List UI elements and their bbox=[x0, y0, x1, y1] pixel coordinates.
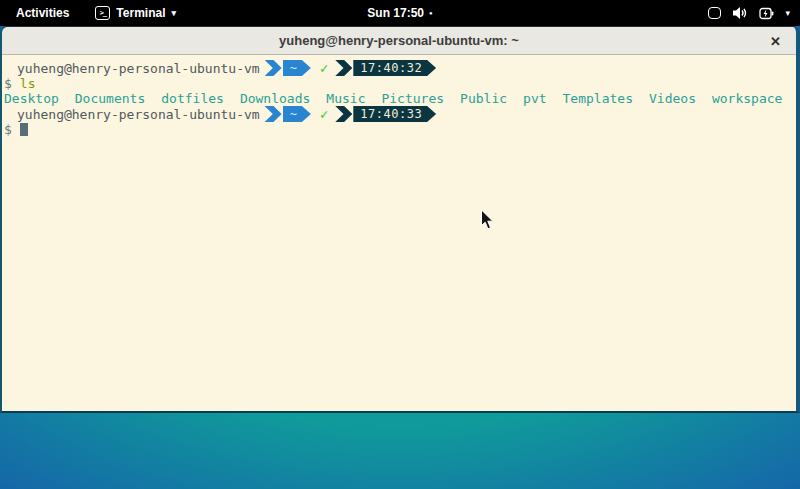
powerline-chevron-icon bbox=[335, 106, 352, 122]
directory-item: Public bbox=[460, 91, 507, 106]
clock-button[interactable]: Sun 17:50 ● bbox=[367, 6, 432, 20]
prompt-host: yuheng@henry-personal-ubuntu-vm bbox=[17, 107, 260, 122]
prompt-host: yuheng@henry-personal-ubuntu-vm bbox=[17, 61, 260, 76]
text-cursor bbox=[20, 123, 28, 136]
terminal-icon: >_ bbox=[95, 6, 110, 20]
chevron-down-icon: ▾ bbox=[785, 8, 790, 18]
terminal-icon-glyph: >_ bbox=[100, 9, 106, 17]
gnome-top-bar: Activities >_ Terminal ▾ Sun 17:50 ● ▾ bbox=[0, 0, 800, 26]
battery-charging-icon bbox=[759, 7, 774, 20]
chevron-down-icon: ▾ bbox=[171, 9, 176, 18]
powerline-chevron-icon bbox=[265, 106, 282, 122]
terminal-window: yuheng@henry-personal-ubuntu-vm: ~ ✕ yuh… bbox=[0, 26, 800, 413]
prompt-path-segment: ~ bbox=[283, 60, 311, 76]
directory-item: Downloads bbox=[240, 91, 310, 106]
prompt-time-segment: 17:40:32 bbox=[353, 60, 436, 76]
window-title: yuheng@henry-personal-ubuntu-vm: ~ bbox=[279, 33, 519, 48]
directory-item: Templates bbox=[563, 91, 633, 106]
directory-item: Music bbox=[326, 91, 365, 106]
prompt-time-segment: 17:40:33 bbox=[353, 106, 436, 122]
notification-dot-icon: ● bbox=[429, 10, 433, 16]
directory-item: dotfiles bbox=[161, 91, 224, 106]
prompt-line: yuheng@henry-personal-ubuntu-vm ~ ✓ 17:4… bbox=[4, 106, 796, 122]
clock-label: Sun 17:50 bbox=[367, 6, 424, 20]
ls-output-line: DesktopDocumentsdotfilesDownloadsMusicPi… bbox=[4, 91, 796, 106]
check-icon: ✓ bbox=[320, 60, 328, 76]
directory-item: Videos bbox=[649, 91, 696, 106]
current-input-line: $ bbox=[4, 122, 796, 137]
app-menu-label: Terminal bbox=[116, 6, 165, 20]
terminal-content[interactable]: yuheng@henry-personal-ubuntu-vm ~ ✓ 17:4… bbox=[2, 55, 796, 411]
prompt-time: 17:40:32 bbox=[360, 61, 422, 75]
command-text: ls bbox=[20, 76, 36, 91]
directory-item: Pictures bbox=[381, 91, 444, 106]
screen-cast-icon bbox=[708, 7, 721, 19]
system-status-area[interactable]: ▾ bbox=[708, 6, 790, 20]
prompt-symbol: $ bbox=[4, 76, 12, 91]
prompt-line: yuheng@henry-personal-ubuntu-vm ~ ✓ 17:4… bbox=[4, 60, 796, 76]
app-menu-terminal[interactable]: >_ Terminal ▾ bbox=[95, 6, 176, 20]
prompt-path-segment: ~ bbox=[283, 106, 311, 122]
directory-item: Documents bbox=[75, 91, 145, 106]
prompt-symbol: $ bbox=[4, 122, 12, 137]
directory-item: Desktop bbox=[4, 91, 59, 106]
activities-button[interactable]: Activities bbox=[8, 6, 77, 20]
check-icon: ✓ bbox=[320, 106, 328, 122]
volume-icon bbox=[732, 6, 748, 20]
mouse-pointer-icon bbox=[480, 209, 495, 231]
directory-item: workspace bbox=[712, 91, 782, 106]
close-icon[interactable]: ✕ bbox=[770, 34, 781, 47]
powerline-chevron-icon bbox=[335, 60, 352, 76]
prompt-path: ~ bbox=[290, 61, 297, 75]
directory-item: pvt bbox=[523, 91, 546, 106]
prompt-time: 17:40:33 bbox=[360, 107, 422, 121]
powerline-chevron-icon bbox=[265, 60, 282, 76]
command-line: $ls bbox=[4, 76, 796, 91]
prompt-path: ~ bbox=[290, 107, 297, 121]
window-title-bar[interactable]: yuheng@henry-personal-ubuntu-vm: ~ ✕ bbox=[2, 27, 796, 55]
